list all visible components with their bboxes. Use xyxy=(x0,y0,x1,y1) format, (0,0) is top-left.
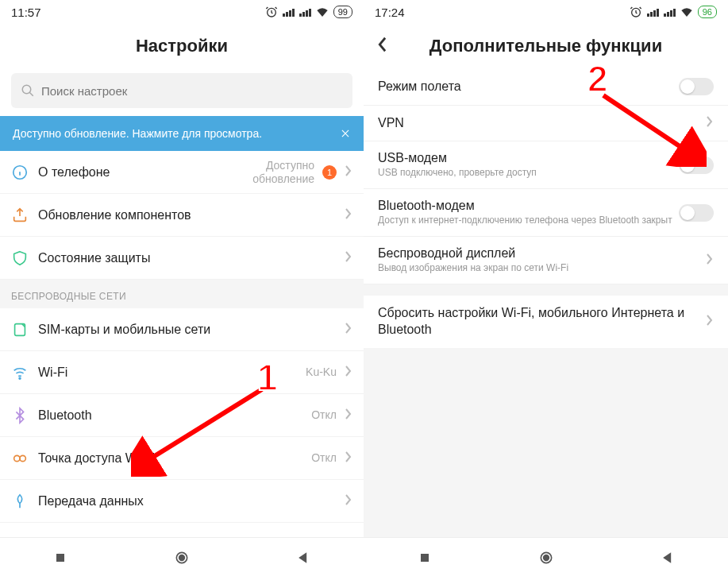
search-icon xyxy=(21,83,35,98)
row-label: О телефоне xyxy=(38,165,237,180)
search-box[interactable] xyxy=(11,73,352,108)
row-value: Доступно обновление xyxy=(243,159,314,184)
back-button[interactable] xyxy=(376,36,387,56)
nav-recents[interactable] xyxy=(417,550,433,569)
row-data-usage[interactable]: Передача данных xyxy=(0,480,364,523)
row-reset-network[interactable]: Сбросить настройки Wi-Fi, мобильного Инт… xyxy=(364,296,728,348)
row-sim-cards[interactable]: SIM-карты и мобильные сети xyxy=(0,308,364,351)
section-gap xyxy=(364,284,728,296)
update-badge: 1 xyxy=(322,165,337,180)
wifi-icon xyxy=(316,6,329,17)
nav-recents[interactable] xyxy=(52,550,68,569)
nav-home[interactable] xyxy=(538,550,554,569)
close-icon[interactable] xyxy=(340,128,351,139)
nav-bar xyxy=(364,537,728,580)
svg-point-16 xyxy=(543,555,549,560)
info-icon xyxy=(11,164,38,181)
svg-point-1 xyxy=(22,85,31,94)
toggle-bt-tether[interactable] xyxy=(679,204,714,222)
row-component-updates[interactable]: Обновление компонентов xyxy=(0,194,364,237)
svg-point-12 xyxy=(179,555,185,560)
search-input[interactable] xyxy=(41,84,343,98)
upload-icon xyxy=(11,207,38,224)
annotation-marker-2: 2 xyxy=(587,57,608,100)
chevron-right-icon xyxy=(345,322,352,338)
title-bar: Настройки xyxy=(0,24,364,68)
data-icon xyxy=(11,493,38,510)
svg-line-17 xyxy=(147,389,262,461)
battery-indicator: 99 xyxy=(333,6,352,18)
row-about-phone[interactable]: О телефоне Доступно обновление 1 xyxy=(0,151,364,194)
row-label: SIM-карты и мобильные сети xyxy=(38,323,338,337)
chevron-right-icon xyxy=(706,115,714,131)
row-label: Беспроводной дисплей xyxy=(378,246,706,261)
row-sub: USB подключено, проверьте доступ xyxy=(378,167,679,179)
signal-icon xyxy=(283,7,295,17)
chevron-right-icon xyxy=(345,493,352,509)
svg-point-5 xyxy=(14,455,20,461)
svg-line-18 xyxy=(603,95,687,151)
title-bar: Дополнительные функции xyxy=(364,24,728,68)
row-label: Передача данных xyxy=(38,494,338,508)
alarm-icon xyxy=(630,6,642,18)
wifi-icon xyxy=(11,364,38,381)
sim-icon xyxy=(11,321,38,338)
update-banner[interactable]: Доступно обновление. Нажмите для просмот… xyxy=(0,116,364,151)
shield-icon xyxy=(11,249,38,267)
signal-icon xyxy=(647,7,659,17)
signal-icon-2 xyxy=(299,7,311,17)
row-wireless-display[interactable]: Беспроводной дисплей Вывод изображения н… xyxy=(364,237,728,284)
row-value: Ku-Ku xyxy=(306,365,337,378)
wifi-icon xyxy=(680,6,693,17)
svg-rect-10 xyxy=(56,554,64,562)
page-title: Настройки xyxy=(136,36,228,56)
signal-icon-2 xyxy=(664,7,676,17)
status-time: 17:24 xyxy=(375,6,405,19)
svg-rect-14 xyxy=(421,554,429,562)
chevron-right-icon xyxy=(345,207,352,223)
hotspot-icon xyxy=(11,450,38,467)
annotation-arrow-2 xyxy=(595,87,707,167)
battery-indicator: 96 xyxy=(698,6,717,18)
annotation-marker-1: 1 xyxy=(257,356,278,399)
chevron-right-icon xyxy=(345,450,352,466)
row-bluetooth-tether[interactable]: Bluetooth-модем Доступ к интернет-подклю… xyxy=(364,189,728,237)
chevron-right-icon xyxy=(345,164,352,180)
row-label: Состояние защиты xyxy=(38,251,338,265)
nav-back[interactable] xyxy=(660,550,676,569)
row-value: Откл xyxy=(311,408,337,421)
chevron-right-icon xyxy=(706,253,714,269)
row-sub: Доступ к интернет-подключению телефона ч… xyxy=(378,215,679,226)
status-bar: 11:57 99 xyxy=(0,0,364,24)
chevron-right-icon xyxy=(706,314,714,330)
bluetooth-icon xyxy=(11,407,38,424)
status-time: 11:57 xyxy=(11,6,41,19)
section-header-wireless: БЕСПРОВОДНЫЕ СЕТИ xyxy=(0,280,364,308)
chevron-right-icon xyxy=(345,250,352,266)
nav-bar xyxy=(0,537,364,580)
banner-text: Доступно обновление. Нажмите для просмот… xyxy=(13,127,262,140)
chevron-right-icon xyxy=(345,365,352,381)
svg-point-4 xyxy=(19,377,21,379)
status-indicators: 99 xyxy=(265,6,352,18)
row-label: Bluetooth-модем xyxy=(378,199,679,213)
settings-list: О телефоне Доступно обновление 1 Обновле… xyxy=(0,151,364,580)
status-bar: 17:24 96 xyxy=(364,0,728,24)
annotation-arrow-1 xyxy=(131,381,274,477)
svg-point-6 xyxy=(20,455,25,461)
nav-home[interactable] xyxy=(174,550,190,569)
row-value: Откл xyxy=(311,451,337,464)
nav-back[interactable] xyxy=(295,550,311,569)
chevron-right-icon xyxy=(345,408,352,423)
alarm-icon xyxy=(265,6,278,18)
row-sub: Вывод изображения на экран по сети Wi-Fi xyxy=(378,262,706,274)
row-label: Обновление компонентов xyxy=(38,208,338,222)
row-security-status[interactable]: Состояние защиты xyxy=(0,237,364,280)
phone-left: 11:57 99 Настройки Доступно обновление. … xyxy=(0,0,364,580)
row-label: Сбросить настройки Wi-Fi, мобильного Инт… xyxy=(378,305,706,338)
status-indicators: 96 xyxy=(630,6,717,18)
page-title: Дополнительные функции xyxy=(429,36,662,56)
